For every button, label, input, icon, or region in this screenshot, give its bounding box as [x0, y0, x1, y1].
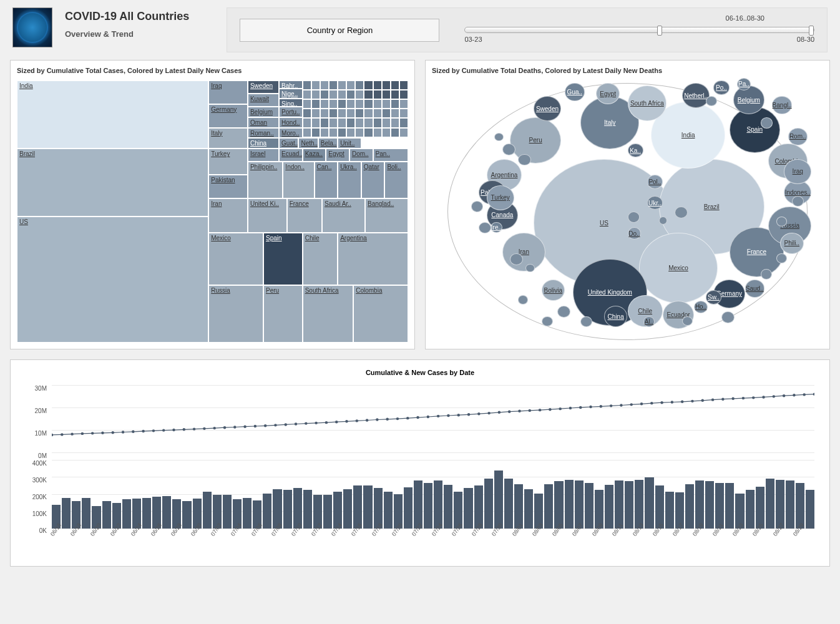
- treemap-cell[interactable]: Kuwait: [248, 94, 279, 107]
- treemap-cell[interactable]: Peru: [263, 285, 303, 343]
- bar[interactable]: [494, 470, 503, 529]
- treemap-cell[interactable]: [391, 128, 399, 137]
- bar[interactable]: [635, 480, 643, 529]
- treemap-cell[interactable]: [320, 118, 329, 127]
- bar[interactable]: [283, 490, 292, 529]
- treemap-cell[interactable]: [391, 99, 399, 109]
- treemap-cell[interactable]: [355, 128, 364, 137]
- treemap-cell[interactable]: [382, 99, 391, 109]
- treemap-cell[interactable]: [303, 109, 311, 118]
- treemap-cell[interactable]: Bahr..: [279, 80, 303, 89]
- treemap-cell[interactable]: Portu..: [279, 107, 303, 117]
- bar[interactable]: [464, 488, 472, 529]
- bar[interactable]: [484, 479, 493, 529]
- treemap-cell[interactable]: [399, 109, 408, 118]
- bubble-chart[interactable]: USBrazilIndiaMexicoUnited KingdomItalyFr…: [432, 80, 823, 343]
- bar[interactable]: [444, 485, 452, 529]
- treemap-cell[interactable]: [329, 128, 338, 137]
- bar[interactable]: [776, 480, 784, 529]
- treemap-cell[interactable]: [373, 90, 382, 99]
- bubble-node[interactable]: Bangl..: [772, 96, 791, 114]
- treemap-cell[interactable]: [346, 99, 355, 109]
- treemap-cell[interactable]: Russia: [208, 285, 263, 343]
- bar[interactable]: [263, 494, 271, 529]
- treemap-cell[interactable]: [382, 80, 391, 90]
- treemap-cell[interactable]: Qatar: [361, 162, 385, 198]
- treemap-cell[interactable]: Iran: [208, 198, 248, 233]
- bubble-node[interactable]: [518, 295, 528, 304]
- date-range-slider[interactable]: 06-16..08-30 03-23 08-30: [464, 17, 814, 43]
- bar[interactable]: [414, 480, 422, 529]
- bar[interactable]: [725, 483, 734, 529]
- bar[interactable]: [806, 490, 814, 529]
- treemap-cell[interactable]: Philippin..: [248, 162, 283, 198]
- bubble-node[interactable]: [706, 96, 717, 106]
- treemap-cell[interactable]: [373, 99, 382, 109]
- bubble-node[interactable]: Gua..: [565, 83, 584, 100]
- treemap-cell[interactable]: [320, 90, 329, 99]
- treemap-cell[interactable]: [311, 99, 320, 109]
- treemap-cell[interactable]: [329, 118, 338, 127]
- bar[interactable]: [323, 495, 332, 529]
- bubble-node[interactable]: [776, 253, 787, 263]
- treemap-cell[interactable]: [338, 99, 346, 109]
- bubble-node[interactable]: Spain: [730, 107, 781, 153]
- treemap-cell[interactable]: Brazil: [17, 149, 208, 217]
- treemap-cell[interactable]: [399, 90, 408, 99]
- treemap-cell[interactable]: Italy: [208, 128, 248, 149]
- treemap-cell[interactable]: [346, 90, 355, 99]
- bar[interactable]: [504, 479, 513, 529]
- treemap-cell[interactable]: Israel: [248, 149, 279, 162]
- treemap-cell[interactable]: [382, 109, 391, 118]
- treemap-cell[interactable]: [338, 128, 346, 137]
- treemap-cell[interactable]: Iraq: [208, 80, 248, 104]
- bubble-node[interactable]: Ho..: [694, 301, 708, 313]
- treemap-cell[interactable]: Hond..: [279, 117, 303, 128]
- treemap-cell[interactable]: [311, 128, 320, 137]
- treemap-cell[interactable]: [338, 90, 346, 99]
- treemap-cell[interactable]: [364, 128, 373, 137]
- treemap-cell[interactable]: Oman: [248, 117, 279, 128]
- bubble-node[interactable]: [761, 117, 773, 129]
- treemap-cell[interactable]: [329, 99, 338, 109]
- treemap-cell[interactable]: Can..: [315, 162, 338, 198]
- treemap-cell[interactable]: Saudi Ar..: [322, 198, 365, 233]
- treemap-cell[interactable]: [391, 80, 399, 90]
- bar[interactable]: [62, 498, 71, 529]
- bar[interactable]: [404, 487, 413, 529]
- treemap-cell[interactable]: [355, 109, 364, 118]
- treemap-cell[interactable]: Nige..: [279, 89, 303, 99]
- treemap-cell[interactable]: [399, 99, 408, 109]
- slider-handle-right[interactable]: [809, 26, 814, 36]
- bar[interactable]: [303, 490, 312, 529]
- treemap-cell[interactable]: Moro..: [279, 128, 303, 139]
- treemap-cell[interactable]: Ecuad..: [279, 149, 303, 162]
- bar[interactable]: [705, 481, 714, 529]
- treemap-cell[interactable]: Chile: [303, 233, 338, 285]
- treemap-cell[interactable]: [311, 109, 320, 118]
- treemap-cell[interactable]: [320, 80, 329, 90]
- treemap-cell[interactable]: [364, 99, 373, 109]
- bubble-node[interactable]: Ka..: [628, 144, 643, 158]
- bubble-node[interactable]: Phili..: [780, 233, 804, 254]
- treemap-cell[interactable]: Egypt: [326, 149, 349, 162]
- treemap-cell[interactable]: [346, 118, 355, 127]
- treemap-cell[interactable]: [399, 118, 408, 127]
- treemap-cell[interactable]: South Africa: [303, 285, 354, 343]
- treemap-cell[interactable]: Argentina: [338, 233, 408, 285]
- treemap-chart[interactable]: IndiaBrazilUSIraqGermanyItalyTurkeyPakis…: [17, 80, 408, 343]
- treemap-cell[interactable]: [364, 90, 373, 99]
- treemap-cell[interactable]: [311, 118, 320, 127]
- bubble-node[interactable]: Sweden: [534, 96, 561, 121]
- bar[interactable]: [544, 484, 553, 529]
- treemap-cell[interactable]: [320, 128, 329, 137]
- treemap-cell[interactable]: [355, 99, 364, 109]
- treemap-cell[interactable]: [329, 109, 338, 118]
- treemap-cell[interactable]: [346, 128, 355, 137]
- bubble-node[interactable]: Iraq: [784, 159, 811, 184]
- bubble-node[interactable]: Pa..: [737, 78, 751, 90]
- treemap-cell[interactable]: [311, 80, 320, 90]
- bar[interactable]: [746, 490, 755, 529]
- treemap-cell[interactable]: Turkey: [208, 149, 248, 175]
- treemap-cell[interactable]: [338, 118, 346, 127]
